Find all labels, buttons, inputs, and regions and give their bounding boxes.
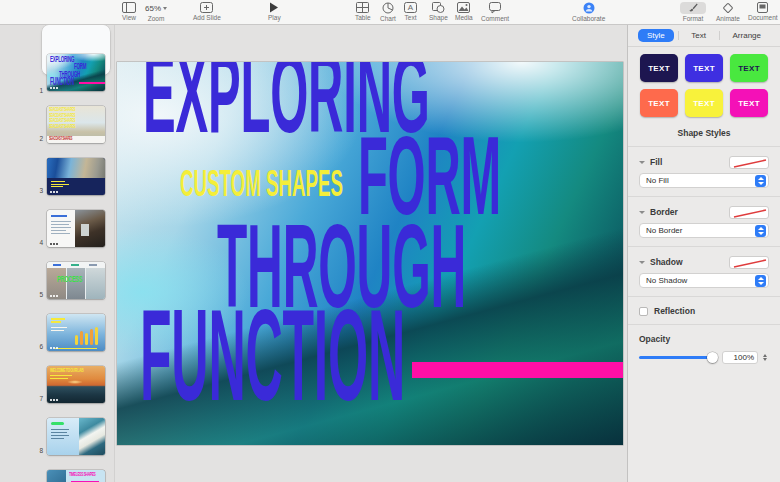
tab-style[interactable]: Style: [638, 29, 674, 42]
tab-arrange[interactable]: Arrange: [724, 29, 770, 42]
thumb6-textline: [51, 327, 67, 328]
slide-number: 6: [33, 343, 43, 350]
opacity-slider-track: [639, 356, 717, 359]
opacity-value-field[interactable]: 100%: [722, 351, 758, 364]
shape-button[interactable]: Shape: [429, 2, 448, 21]
panel-divider: [628, 246, 780, 247]
shadow-label: Shadow: [650, 257, 729, 267]
document-icon: [757, 2, 768, 13]
slide-number: 8: [33, 447, 43, 454]
zoom-label: Zoom: [148, 15, 165, 22]
thumb8-textline: [51, 429, 69, 430]
slide-number: 5: [33, 291, 43, 298]
thumb1-accent-line: [79, 82, 105, 84]
text-icon: A: [404, 2, 417, 13]
slide-number: 1: [33, 87, 43, 94]
chart-button[interactable]: Chart: [380, 2, 396, 22]
table-button[interactable]: Table: [355, 2, 371, 21]
thumb6-bar: [90, 329, 93, 345]
disclosure-triangle-icon[interactable]: [639, 261, 645, 264]
slide-thumbnail-7[interactable]: WELCOME TO OUR LAB: [47, 366, 105, 403]
thumb6-textline: [51, 330, 64, 331]
border-value: No Border: [646, 226, 682, 235]
media-icon: [457, 2, 470, 13]
collaborate-button[interactable]: Collaborate: [572, 2, 605, 22]
view-button[interactable]: View: [122, 2, 136, 21]
thumb2-footer-text: SEACOAST SHAPES: [49, 137, 72, 142]
opacity-stepper-icon[interactable]: [763, 354, 767, 362]
slide-thumbnail-8[interactable]: [47, 418, 105, 455]
opacity-slider[interactable]: [639, 352, 717, 363]
play-button[interactable]: Play: [268, 2, 281, 21]
toolbar: View 65% Zoom Add Slide Play Table Chart…: [0, 0, 780, 25]
thumb8-textline: [51, 432, 67, 433]
thumb6-textline: [51, 318, 65, 320]
slide-thumbnail-6[interactable]: [47, 314, 105, 351]
chart-label: Chart: [380, 15, 396, 22]
opacity-row: 100%: [639, 351, 769, 364]
thumb3-textline: [51, 186, 63, 187]
overlay-text-custom-shapes[interactable]: CUSTOM SHAPES: [180, 166, 343, 202]
comment-icon: [489, 2, 501, 14]
tab-separator: [719, 31, 720, 40]
thumb3-photo: [47, 158, 105, 178]
stepper-icon[interactable]: [755, 225, 766, 237]
style-swatch-navy[interactable]: TEXT: [640, 54, 678, 82]
thumb5-pagination-dots: [50, 295, 58, 297]
slide-number: 4: [33, 239, 43, 246]
comment-button[interactable]: Comment: [481, 2, 509, 22]
animate-button[interactable]: Animate: [716, 2, 740, 22]
fill-color-well[interactable]: [729, 156, 769, 169]
thumb3-textline: [51, 181, 65, 182]
thumb2-footer-strip: SEACOAST SHAPES: [47, 136, 105, 143]
format-button[interactable]: Format: [680, 2, 706, 22]
thumb1-line4: FUNCTION: [50, 77, 74, 87]
fill-dropdown[interactable]: No Fill: [639, 173, 769, 188]
shadow-section-header[interactable]: Shadow: [639, 255, 769, 269]
chart-icon: [382, 2, 394, 14]
text-button[interactable]: A Text: [404, 2, 417, 21]
slide-thumbnail-4[interactable]: [47, 210, 105, 247]
disclosure-triangle-icon[interactable]: [639, 211, 645, 214]
slide-thumbnail-9[interactable]: TIMELESS SHAPES: [47, 470, 105, 482]
fill-section-header[interactable]: Fill: [639, 155, 769, 169]
thumb6-bar: [75, 335, 78, 345]
stepper-icon[interactable]: [755, 175, 766, 187]
thumb3-pagination-dots: [50, 191, 58, 193]
slide-thumbnail-5[interactable]: PROCESS: [47, 262, 105, 299]
opacity-slider-knob[interactable]: [707, 352, 718, 363]
slide-canvas[interactable]: EXPLORING FORM CUSTOM SHAPES THROUGH FUN…: [117, 62, 623, 445]
border-section-header[interactable]: Border: [639, 205, 769, 219]
border-dropdown[interactable]: No Border: [639, 223, 769, 238]
style-swatch-green[interactable]: TEXT: [730, 54, 768, 82]
thumb4-textline: [51, 230, 66, 231]
format-label: Format: [683, 15, 704, 22]
media-button[interactable]: Media: [455, 2, 473, 21]
stepper-icon[interactable]: [755, 275, 766, 287]
panel-divider: [628, 196, 780, 197]
pink-accent-bar[interactable]: [412, 362, 623, 378]
slide-thumbnail-1[interactable]: EXPLORING FORM THROUGH FUNCTION: [47, 54, 105, 91]
shadow-color-well[interactable]: [729, 256, 769, 269]
slide-thumbnail-3[interactable]: [47, 158, 105, 195]
style-swatch-coral[interactable]: TEXT: [640, 89, 678, 117]
border-color-well[interactable]: [729, 206, 769, 219]
tab-text[interactable]: Text: [682, 29, 715, 42]
disclosure-triangle-icon[interactable]: [639, 161, 645, 164]
view-label: View: [122, 14, 136, 21]
shadow-dropdown[interactable]: No Shadow: [639, 273, 769, 288]
style-swatch-blue[interactable]: TEXT: [685, 54, 723, 82]
slide-thumbnail-2[interactable]: SEACOAST SHAPES SEACOAST SHAPES SEACOAST…: [47, 106, 105, 143]
thumb5-photo: [86, 268, 105, 299]
reflection-checkbox[interactable]: [639, 307, 648, 316]
headline-line-function[interactable]: FUNCTION: [140, 291, 405, 420]
thumb4-textline: [51, 224, 69, 225]
thumb8-photo: [79, 418, 105, 455]
style-swatch-yellow[interactable]: TEXT: [685, 89, 723, 117]
document-button[interactable]: Document: [748, 2, 778, 21]
zoom-control[interactable]: 65% Zoom: [145, 2, 167, 22]
add-slide-button[interactable]: Add Slide: [193, 2, 221, 21]
panel-divider: [628, 296, 780, 297]
style-swatch-magenta[interactable]: TEXT: [730, 89, 768, 117]
thumb1-pagination-dots: [50, 87, 58, 89]
